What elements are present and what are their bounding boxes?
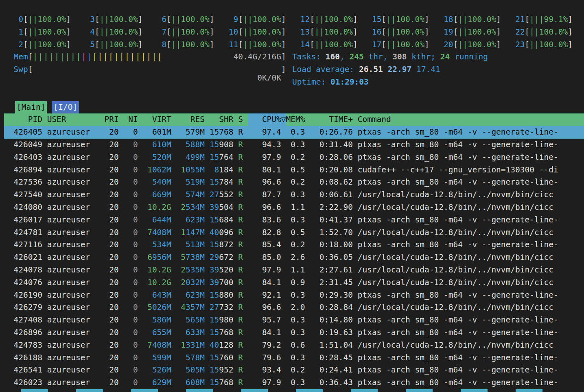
cell-shr: 15760 <box>205 352 233 364</box>
cell-user: azureuser <box>47 126 95 139</box>
fkey-item[interactable] <box>66 389 120 392</box>
process-row[interactable]: 427540azureuser200669M574M27552R87.70.30… <box>4 189 584 201</box>
cpu-usage-bars: || <box>100 26 109 39</box>
process-row[interactable]: 424078azureuser20010.2G2535M39520R97.91.… <box>4 264 584 277</box>
cell-pri: 20 <box>95 164 119 176</box>
mem-usage-bar: | <box>87 51 92 63</box>
fkey-item[interactable] <box>285 389 340 392</box>
cell-command: /usr/local/cuda-12.8/bin/../nvvm/bin/cic… <box>353 339 584 352</box>
process-row[interactable]: 426190azureuser200643M623M15880R92.10.30… <box>4 289 584 302</box>
process-row[interactable]: 426021azureuser2006956M5738M29672R85.02.… <box>4 251 584 264</box>
cell-cpu: 80.1 <box>248 164 281 176</box>
cpu-number: 9 <box>229 13 238 26</box>
cell-pid: 426190 <box>4 289 42 302</box>
process-row[interactable]: 426894azureuser2001062M1055M8184R80.10.5… <box>4 164 584 176</box>
cell-mem: 0.5 <box>286 226 305 239</box>
cell-res: 2534M <box>171 201 205 214</box>
column-header-virt[interactable]: VIRT <box>138 113 171 126</box>
fkey-item[interactable] <box>175 389 230 392</box>
cell-state-part: R <box>238 303 243 312</box>
column-header-user[interactable]: USER <box>47 113 95 126</box>
cell-mem: 0.5 <box>286 164 305 176</box>
tab-main[interactable]: [Main] <box>15 101 47 114</box>
process-row[interactable]: 426403azureuser200520M499M15764R97.90.20… <box>4 151 584 164</box>
column-header-shr[interactable]: SHR <box>205 113 233 126</box>
process-row[interactable]: 426188azureuser200599M578M15760R79.60.30… <box>4 352 584 364</box>
tab-io[interactable]: [I/O] <box>52 101 79 114</box>
cell-pri-part: 20 <box>109 190 118 199</box>
column-header-time[interactable]: TIME+ <box>305 113 353 126</box>
cell-gap <box>42 139 47 151</box>
fkey-item[interactable] <box>230 389 285 392</box>
cpu-meter-content: ||100.0% <box>386 39 424 51</box>
meter-close-bracket: ] <box>424 39 429 51</box>
cpu-meter-2: 2[||100.0%] <box>13 39 85 51</box>
column-header-command[interactable]: Command <box>353 113 584 126</box>
column-header-pri[interactable]: PRI <box>95 113 119 126</box>
fkey-label <box>516 389 542 392</box>
fkey-item[interactable] <box>395 389 450 392</box>
process-row[interactable]: 426017azureuser200644M623M15684R83.60.30… <box>4 214 584 226</box>
process-row[interactable]: 424080azureuser20010.2G2534M39504R96.61.… <box>4 201 584 214</box>
cell-shr: 15768 <box>205 126 233 139</box>
meter-open-bracket: [ <box>381 39 386 51</box>
function-key-bar <box>4 389 584 392</box>
tasks-summary: Tasks: 160, 245 thr, 308 kthr; 24 runnin… <box>292 52 488 61</box>
column-header-cpu-sorted[interactable]: CPU% <box>248 113 281 126</box>
process-row[interactable]: 426049azureuser200610M588M15908R94.30.30… <box>4 139 584 151</box>
cell-pid-part: 426405 <box>13 127 42 137</box>
cell-user: azureuser <box>47 314 95 327</box>
process-row[interactable]: 424783azureuser2007408M1331M40128R79.20.… <box>4 339 584 352</box>
cell-pri-part: 20 <box>109 127 118 137</box>
cell-command-part: ptxas -arch sm_80 -m64 -v --generate-lin… <box>358 215 558 224</box>
fkey-item[interactable] <box>120 389 175 392</box>
cell-state-part: R <box>238 378 243 387</box>
cell-ni-part: 0 <box>133 303 138 312</box>
process-row[interactable]: 426541azureuser200526M505M15952R93.40.20… <box>4 364 584 377</box>
process-row[interactable]: 426023azureuser200629M608M15768R97.90.30… <box>4 377 584 389</box>
process-row[interactable]: 426279azureuser2005026M4357M27732R96.62.… <box>4 301 584 314</box>
cell-command-part: ptxas -arch sm_80 -m64 -v --generate-lin… <box>358 378 558 387</box>
column-header-pid[interactable]: PID <box>4 113 42 126</box>
cell-state: R <box>233 239 247 251</box>
cell-pri: 20 <box>95 364 119 377</box>
process-row[interactable]: 427536azureuser200540M519M15784R96.60.20… <box>4 176 584 189</box>
cell-virt: 629M <box>138 377 171 389</box>
process-row-selected[interactable]: 426405azureuser200601M579M15768R97.40.30… <box>4 126 584 139</box>
column-header-mem[interactable]: MEM% <box>286 113 305 126</box>
column-header-ni[interactable]: NI <box>119 113 138 126</box>
cell-user: azureuser <box>47 301 95 314</box>
cell-time: 0:29.30 <box>305 289 353 302</box>
cell-mem: 0.3 <box>286 214 305 226</box>
cpu-usage-bars: || <box>28 26 37 39</box>
meter-close-bracket: ] <box>138 39 143 51</box>
cell-cpu: 84.1 <box>248 277 281 289</box>
fkey-number <box>505 389 516 392</box>
process-row[interactable]: 426896azureuser200655M633M15768R84.10.30… <box>4 327 584 339</box>
process-row[interactable]: 424076azureuser20010.2G2032M39700R84.10.… <box>4 277 584 289</box>
cell-mem: 0.2 <box>286 364 305 377</box>
cell-pri: 20 <box>95 151 119 164</box>
cell-gap <box>281 301 286 314</box>
cell-ni-part: 0 <box>133 340 138 350</box>
column-header-s[interactable]: S <box>233 113 247 126</box>
cpu-usage-percent: 100.0% <box>37 26 66 39</box>
fkey-item[interactable] <box>11 389 66 392</box>
cell-ni: 0 <box>119 201 138 214</box>
cell-virt-part: 610M <box>152 140 171 149</box>
cell-user-part: azureuser <box>47 140 90 149</box>
cell-pid: 424783 <box>4 339 42 352</box>
meter-close-bracket: ] <box>353 39 358 51</box>
fkey-item[interactable] <box>450 389 505 392</box>
cpu-meter-4: 4[||100.0%] <box>85 26 157 39</box>
cell-pid: 426188 <box>4 352 42 364</box>
column-header-res[interactable]: RES <box>171 113 205 126</box>
process-row[interactable]: 427116azureuser200534M513M15872R85.40.20… <box>4 239 584 251</box>
cell-cpu-part: 83.6 <box>262 215 281 224</box>
cell-pid: 426403 <box>4 151 42 164</box>
process-row[interactable]: 424781azureuser2007408M1147M40096R82.80.… <box>4 226 584 239</box>
cell-virt-part: 586M <box>152 315 171 324</box>
process-row[interactable]: 427408azureuser200586M565M15980R95.70.30… <box>4 314 584 327</box>
fkey-item[interactable] <box>340 389 395 392</box>
fkey-item[interactable] <box>505 389 560 392</box>
